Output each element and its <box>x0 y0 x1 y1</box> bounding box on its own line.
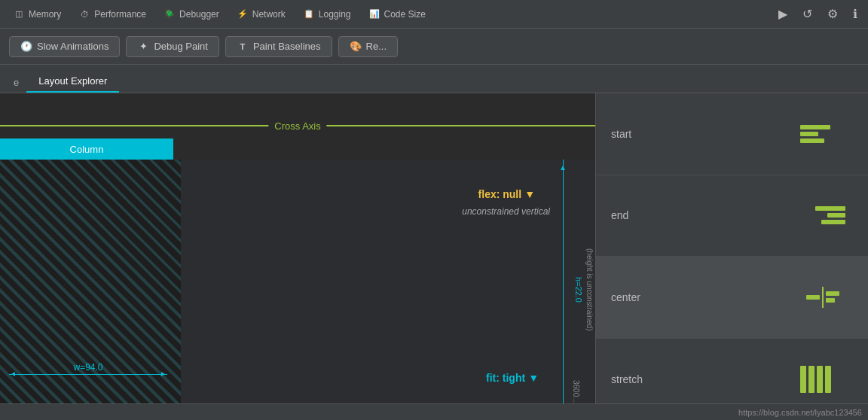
alignment-center[interactable]: center <box>596 257 868 339</box>
right-panel: start end center <box>595 93 868 420</box>
alignment-end[interactable]: end <box>596 175 868 257</box>
column-widget[interactable]: Column <box>0 138 173 160</box>
slow-animations-button[interactable]: 🕐 Slow Animations <box>9 36 120 57</box>
stretch-bar-3 <box>817 366 823 393</box>
toolbar-right-icons: ▶ ↺ ⚙ ℹ <box>774 5 862 23</box>
repaint-button[interactable]: 🎨 Re... <box>338 36 398 57</box>
alignment-start[interactable]: start <box>596 93 868 175</box>
flex-control: flex: null ▼ <box>478 188 535 200</box>
clock-icon: 🕐 <box>20 41 32 53</box>
flex-dropdown-icon[interactable]: ▼ <box>524 188 535 200</box>
tab-debugger[interactable]: 🪲 Debugger <box>157 6 227 23</box>
h-label-text: h=22.0 <box>574 277 583 303</box>
settings-icon[interactable]: ⚙ <box>823 5 842 23</box>
center-align-icon <box>806 287 839 308</box>
center-right-bars <box>826 291 839 303</box>
status-url: https://blog.csdn.net/lyabc123456 <box>738 408 862 417</box>
stretch-label: stretch <box>611 373 671 385</box>
center-icon-container <box>793 282 853 312</box>
fit-label[interactable]: fit: tight <box>486 372 525 384</box>
w-label-container: w=94.0 <box>9 362 167 375</box>
logging-icon: 📋 <box>304 9 314 20</box>
tab-layout-explorer[interactable]: Layout Explorer <box>26 71 119 93</box>
debug-paint-icon: ✦ <box>137 41 149 53</box>
paint-baselines-button[interactable]: T Paint Baselines <box>225 36 332 57</box>
size-3600-label: 3600... <box>572 380 580 403</box>
info-icon[interactable]: ℹ <box>848 5 862 23</box>
center-right-bar-1 <box>826 291 839 296</box>
start-bar-2 <box>800 132 818 136</box>
stretch-bar-4 <box>825 366 831 393</box>
refresh-icon[interactable]: ↺ <box>798 5 817 23</box>
paint-baselines-icon: T <box>237 41 249 53</box>
start-bar-3 <box>800 138 824 143</box>
tab-prev[interactable]: e <box>6 72 26 93</box>
debugger-icon: 🪲 <box>164 9 175 20</box>
flex-label[interactable]: flex: null <box>478 188 522 200</box>
tab-logging[interactable]: 📋 Logging <box>296 6 359 23</box>
network-icon: ⚡ <box>237 9 248 20</box>
vert-unconstrained-label: (height is unconstrained) <box>584 160 595 420</box>
unconstrained-label: unconstrained vertical <box>462 206 550 217</box>
center-right-bar-2 <box>826 298 835 303</box>
end-align-icon <box>800 206 845 224</box>
stretch-icon-container <box>793 364 853 394</box>
debug-paint-button[interactable]: ✦ Debug Paint <box>126 36 219 57</box>
left-panel: Cross Axis Column Text flex: null ▼ unco… <box>0 93 595 420</box>
start-icon-container <box>793 119 853 149</box>
tab-memory[interactable]: ◫ Memory <box>6 6 69 23</box>
start-align-icon <box>800 125 845 143</box>
tab-performance[interactable]: ⏱ Performance <box>72 6 154 23</box>
play-icon[interactable]: ▶ <box>774 5 792 23</box>
performance-icon: ⏱ <box>79 9 90 20</box>
start-label: start <box>611 128 671 140</box>
cross-axis-container: Cross Axis <box>0 114 595 137</box>
fit-dropdown-icon[interactable]: ▼ <box>528 372 539 384</box>
tab-codesize[interactable]: 📊 Code Size <box>362 6 433 23</box>
center-left-bar <box>806 295 820 300</box>
w-arrow <box>9 374 167 375</box>
stretch-align-icon <box>800 366 845 393</box>
end-bar-2 <box>827 213 845 218</box>
top-toolbar: ◫ Memory ⏱ Performance 🪲 Debugger ⚡ Netw… <box>0 0 868 29</box>
end-label: end <box>611 209 671 221</box>
center-label: center <box>611 291 671 303</box>
end-bar-3 <box>821 220 845 224</box>
tab-network[interactable]: ⚡ Network <box>230 6 293 23</box>
memory-icon: ◫ <box>14 9 24 20</box>
w-label: w=94.0 <box>73 362 102 373</box>
info-panel: flex: null ▼ unconstrained vertical fit:… <box>181 160 595 420</box>
codesize-icon: 📊 <box>369 9 380 20</box>
cross-axis-label: Cross Axis <box>268 120 326 132</box>
fit-control: fit: tight ▼ <box>486 372 539 384</box>
tab-row: e Layout Explorer <box>0 65 868 93</box>
main-content: Cross Axis Column Text flex: null ▼ unco… <box>0 93 868 420</box>
end-icon-container <box>793 200 853 230</box>
start-bar-1 <box>800 125 830 129</box>
end-bar-1 <box>815 206 845 211</box>
hatched-area <box>0 160 181 420</box>
repaint-icon: 🎨 <box>350 41 362 53</box>
stretch-bar-1 <box>800 366 806 393</box>
center-vertical-line <box>822 287 824 308</box>
button-bar: 🕐 Slow Animations ✦ Debug Paint T Paint … <box>0 29 868 65</box>
status-bar: https://blog.csdn.net/lyabc123456 <box>0 403 868 420</box>
stretch-bar-2 <box>808 366 815 393</box>
